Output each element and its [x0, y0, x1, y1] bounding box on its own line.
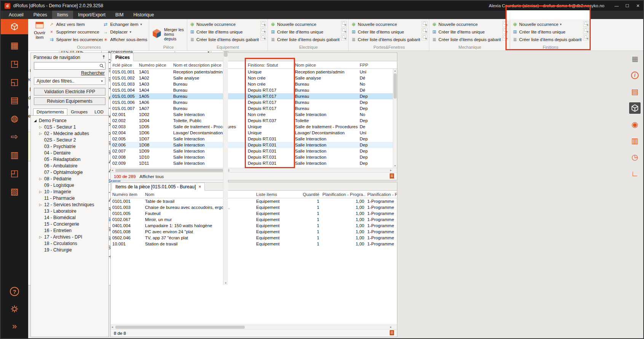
model-3d-icon[interactable]: [629, 102, 641, 114]
table-row[interactable]: 0502.046TV, app 37 "écran platEquipement…: [111, 235, 397, 241]
column-header-nom-et-description-pi-ce[interactable]: Nom et description pièce: [172, 63, 246, 67]
cr-er-lite-d-items-unique-button[interactable]: ⊞Créer lite d'items unique: [432, 28, 501, 36]
items-horizontal-scrollbar[interactable]: ◂ ▸: [111, 325, 397, 329]
table-row[interactable]: 02.0061D08Salle InteractionDepuis RT.031…: [111, 142, 397, 148]
close-icon[interactable]: ×: [198, 185, 201, 189]
table-row[interactable]: 02.0021D04Toilette, PublicDepuis RT.037T…: [111, 118, 397, 124]
tree-item-16-entretien[interactable]: 16 - Entretien: [31, 227, 108, 234]
tree-item-08-p-diatrie[interactable]: ▷08 - Pédiatrie: [31, 175, 108, 182]
nav-tab-lod[interactable]: LOD: [91, 108, 107, 115]
lists-icon[interactable]: ▤: [6, 93, 23, 107]
collapse-icon[interactable]: ◢: [34, 119, 39, 123]
column-header-planification-planificat[interactable]: Planification - Planificat...: [366, 192, 397, 197]
allez-vers-item-button[interactable]: ↗Allez vers Item: [49, 21, 103, 28]
echanger-item-button[interactable]: ⇄Echanger item▾: [103, 21, 147, 28]
expand-icon[interactable]: »: [6, 319, 23, 334]
show-all-link[interactable]: Afficher tous: [140, 174, 164, 179]
expand-icon[interactable]: ▷: [39, 190, 44, 194]
table-row[interactable]: 02.0091D11Salle InteractionDepuis RT.031…: [111, 160, 397, 166]
close-button[interactable]: ✕: [633, 1, 643, 11]
table-row[interactable]: 02.0041D06Lavage/ DecontaminationUniqueL…: [111, 130, 397, 136]
nouvelle-occurrence-button[interactable]: ⊕Nouvelle occurrence: [351, 21, 420, 28]
scroll-down-icon[interactable]: ▾: [393, 164, 397, 168]
d-placer-button[interactable]: →Déplacer▾: [103, 28, 147, 36]
expand-icon[interactable]: ▷: [39, 125, 44, 129]
tree-item-02s-secteur-2[interactable]: 02S - Secteur 2: [31, 137, 108, 143]
cr-er-liste-d-items-depuis-gabarit-button[interactable]: ≣Créer liste d'items depuis gabarit: [432, 36, 501, 43]
cr-er-lite-d-items-unique-button[interactable]: ⊞Créer lite d'items unique: [512, 28, 582, 36]
cr-er-liste-d-items-depuis-gabarit-button[interactable]: ≣Créer liste d'items depuis gabarit: [351, 36, 420, 43]
cr-er-liste-d-items-depuis-gabarit-button[interactable]: ≣Créer liste d'items depuis gabarit: [190, 36, 259, 43]
documents-icon[interactable]: ▤: [629, 86, 641, 97]
tree-item-17-archives-dpi[interactable]: ▷17 - Archives - DPI: [31, 234, 108, 240]
tree-item-04-dentaire[interactable]: 04 - Dentaire: [31, 150, 108, 156]
tree-item-15-conciergerie[interactable]: 15 - Conciergerie: [31, 221, 108, 227]
merge-items-button[interactable]: Merger les items depuis: [151, 20, 185, 45]
add-filters-dropdown[interactable]: Ajouter des filtres.. ▾: [34, 77, 105, 85]
column-header-cl-pi-ce[interactable]: #clé pièce: [111, 63, 137, 67]
search-icon[interactable]: [99, 64, 104, 69]
column-header-planification-progra[interactable]: Planification - Progra...: [321, 192, 366, 197]
scroll-right-icon[interactable]: ▸: [390, 325, 392, 329]
mini-action-icon[interactable]: ▢+: [583, 35, 589, 40]
table-row[interactable]: 01S.01.0041A04BureauDepuis RT.017BureauD…: [111, 87, 397, 93]
nav-tab-groupes[interactable]: Groupes: [67, 108, 91, 115]
table-row[interactable]: 01S.01.0051A05BureauDepuis RT.017BureauD…: [111, 93, 397, 99]
mini-action-icon[interactable]: ▢+: [502, 21, 508, 27]
minimize-button[interactable]: —: [611, 1, 622, 11]
search-link[interactable]: Rechercher: [81, 70, 105, 76]
items-3d-icon[interactable]: ◳: [6, 56, 23, 71]
cr-er-lite-d-items-unique-button[interactable]: ⊞Créer lite d'items unique: [270, 28, 340, 36]
table-row[interactable]: 01S.01.0021A02Salle analyseNon créeSalle…: [111, 75, 397, 81]
mini-action-icon[interactable]: ▢+: [341, 35, 347, 40]
scroll-up-icon[interactable]: ▴: [393, 69, 397, 73]
pieces-horizontal-scrollbar[interactable]: ◂ ▸: [111, 168, 397, 172]
table-row[interactable]: 10.001Station de travailEquipement11,001…: [111, 241, 397, 247]
packages-icon[interactable]: ◰: [6, 166, 23, 180]
mini-action-icon[interactable]: ▢+: [422, 35, 427, 40]
expand-icon[interactable]: ▷: [39, 132, 44, 135]
columns-icon[interactable]: ▦: [629, 53, 641, 65]
table-row[interactable]: 02.0071D09Salle InteractionDepuis RT.031…: [111, 148, 397, 154]
column-header-finitions-statut[interactable]: Finitions: Statut: [246, 63, 293, 67]
table-row[interactable]: 0101.003Chaise de bureau avec accoudoirs…: [111, 204, 397, 210]
nouvelle-occurrence-button[interactable]: ⊕Nouvelle occurrence: [270, 21, 340, 28]
table-row[interactable]: 02.0031D05Salle de traitement - Procedur…: [111, 124, 397, 130]
help-icon[interactable]: ?: [6, 284, 23, 299]
nouvelle-occurrence-button[interactable]: ⊕Nouvelle occurrence: [190, 21, 259, 28]
mini-action-icon[interactable]: ▢+: [341, 21, 347, 27]
mini-action-icon[interactable]: ▢+: [422, 28, 427, 33]
tree-item-18-circulations[interactable]: 18 - Circulations: [31, 240, 108, 247]
column-header-num-ro-item[interactable]: Numéro item: [111, 192, 143, 197]
expand-icon[interactable]: ▷: [39, 235, 44, 239]
menu-tab-items[interactable]: Items: [52, 11, 73, 19]
mini-action-icon[interactable]: ▢+: [502, 35, 508, 40]
tree-item-19-chirurgie[interactable]: 19 - Chirurgie: [31, 247, 108, 253]
tree-item-09-logistique[interactable]: 09 - Logistique: [31, 182, 108, 188]
r-vision-equipements-button[interactable]: Révision Equipements: [34, 97, 105, 105]
open-item-button[interactable]: Ouvrir item: [30, 20, 49, 45]
mini-action-icon[interactable]: ▢+: [260, 21, 266, 27]
tree-item-06-ambulatoire[interactable]: 06 - Ambulatoire: [31, 162, 108, 169]
nouvelle-occurrence-button[interactable]: ⊕Nouvelle occurrence▾: [512, 21, 582, 28]
measure-icon[interactable]: ∟: [629, 168, 641, 179]
table-row[interactable]: 02.0011D02Salle InteractionNon créeSalle…: [111, 111, 397, 118]
supprimer-occurrence-button[interactable]: ×Supprimer occurrence: [49, 28, 103, 36]
mini-action-icon[interactable]: ▢+: [502, 28, 508, 33]
s-parer-les-occurrences-button[interactable]: ⇉Séparer les occurrences: [49, 36, 103, 43]
mini-action-icon[interactable]: ▢+: [422, 21, 427, 27]
validation-electricit-fpp-button[interactable]: Validation Electricité FPP: [34, 88, 105, 95]
cr-er-liste-d-items-depuis-gabarit-button[interactable]: ≣Créer liste d'items depuis gabarit: [270, 36, 340, 43]
copy-icon[interactable]: ▥: [629, 135, 641, 146]
tree-item-03-psychiatrie[interactable]: 03 - Psychiatrie: [31, 143, 108, 150]
cr-er-lite-d-items-unique-button[interactable]: ⊞Créer lite d'items unique: [190, 28, 259, 36]
models-icon[interactable]: ◱: [6, 75, 23, 89]
table-row[interactable]: 01S.01.0071A07BureauDepuis RT.017BureauD…: [111, 105, 397, 111]
menu-tab-import-export[interactable]: Import/Export: [73, 11, 110, 19]
column-header-fpp[interactable]: FPP: [358, 63, 392, 67]
report-icon[interactable]: [390, 330, 394, 336]
settings-icon[interactable]: [6, 302, 23, 316]
nav-tab-d-partements[interactable]: Départements: [33, 108, 67, 115]
pieces-vertical-scrollbar[interactable]: ▴ ▾: [393, 69, 397, 168]
report-icon[interactable]: [390, 173, 394, 179]
